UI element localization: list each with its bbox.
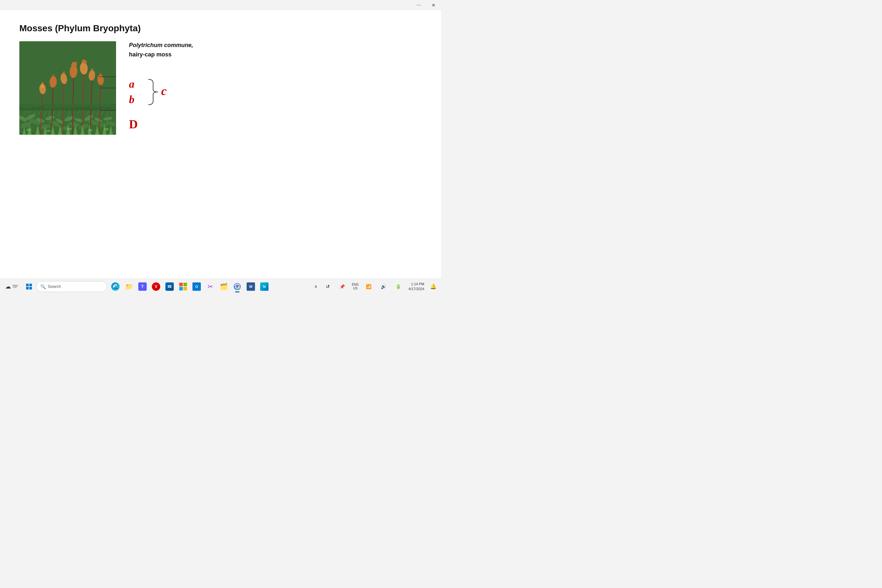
svg-rect-89 [29,287,32,290]
tray-icon-pin[interactable]: 📌 [336,280,348,293]
slide-area: Mosses (Phylum Bryophyta) [0,10,441,279]
svg-point-96 [236,285,238,288]
search-icon: 🔍 [40,284,46,289]
label-b: b [129,93,134,106]
language-indicator[interactable]: ENG US [350,282,360,291]
species-line2: hairy-cap moss [129,51,422,58]
taskbar-app-word[interactable]: W [244,280,257,293]
slide-title: Mosses (Phylum Bryophyta) [20,23,422,33]
taskbar-app-mail[interactable]: ✉ [163,280,176,293]
taskbar-app-files[interactable]: 🗂️ [217,280,230,293]
main-content: Mosses (Phylum Bryophyta) [0,10,441,279]
svg-point-62 [87,104,100,108]
svg-rect-90 [179,283,183,286]
taskbar-app-store[interactable] [177,280,189,293]
svg-point-78 [26,129,32,131]
taskbar-app-misc[interactable]: N [258,280,271,293]
svg-point-56 [20,103,32,108]
svg-point-61 [76,103,88,107]
tray-icon-refresh[interactable]: ↺ [321,280,334,293]
slide-body: Polytrichum commune, hairy-cap moss a b [20,41,422,135]
moss-image [20,41,116,135]
annotation-area: Polytrichum commune, hairy-cap moss a b [129,41,422,135]
svg-point-81 [88,129,93,131]
weather-icon: ☁ [5,283,11,290]
windows-icon [26,284,32,290]
tray-icons-group: ↺ 📌 [321,280,348,293]
weather-temp: 70° [12,284,18,289]
svg-rect-88 [26,287,29,290]
bracket-svg [147,77,160,107]
svg-point-82 [104,128,109,130]
svg-point-57 [31,103,43,107]
clock-date: 4/17/2024 [408,286,424,291]
taskbar-app-vpn[interactable]: V [150,280,162,293]
title-bar: ⋯ ✕ [0,0,441,10]
close-button[interactable]: ✕ [426,0,441,10]
volume-icon[interactable]: 🔊 [377,280,390,293]
more-button[interactable]: ⋯ [411,0,426,10]
taskbar: ☁ 70° 🔍 Search 🌊 📁 T [0,279,441,294]
taskbar-app-explorer[interactable]: 📁 [123,280,135,293]
svg-rect-86 [26,284,29,286]
taskbar-clock[interactable]: 1:14 PM 4/17/2024 [406,281,426,292]
labels-abc-group: a b c [129,78,422,117]
battery-icon[interactable]: 🔋 [392,280,405,293]
system-tray[interactable]: ∧ [312,283,320,290]
label-d: D [129,117,138,131]
svg-point-80 [67,128,72,130]
taskbar-app-chrome[interactable] [231,280,244,293]
taskbar-app-outlook[interactable]: O [190,280,203,293]
svg-point-59 [54,103,66,108]
svg-point-60 [64,104,77,108]
wifi-icon[interactable]: 📶 [362,280,375,293]
svg-rect-87 [29,284,32,286]
clock-time: 1:14 PM [411,282,424,286]
notification-button[interactable]: 🔔 [428,280,438,293]
svg-point-79 [46,130,51,132]
label-a: a [129,78,134,90]
svg-rect-91 [183,283,187,286]
taskbar-search[interactable]: 🔍 Search [36,281,107,292]
svg-rect-93 [183,287,187,291]
image-wrapper [20,41,116,135]
svg-rect-92 [179,287,183,291]
search-text: Search [48,284,61,289]
taskbar-app-edge[interactable]: 🌊 [109,280,122,293]
label-c: c [161,84,166,98]
title-bar-buttons: ⋯ ✕ [411,0,441,10]
taskbar-app-teams[interactable]: T [136,280,149,293]
taskbar-weather: ☁ 70° [3,282,22,291]
taskbar-right: ∧ ↺ 📌 ENG US 📶 🔊 🔋 1 [312,280,438,293]
start-button[interactable] [22,280,36,293]
svg-point-58 [42,104,54,109]
taskbar-icons: 🌊 📁 T V ✉ [109,280,271,293]
taskbar-app-tool[interactable]: ✂ [204,280,217,293]
species-name: Polytrichum commune, hairy-cap moss [129,41,422,58]
up-arrow-icon: ∧ [314,284,318,289]
species-line1: Polytrichum commune, [129,41,422,50]
